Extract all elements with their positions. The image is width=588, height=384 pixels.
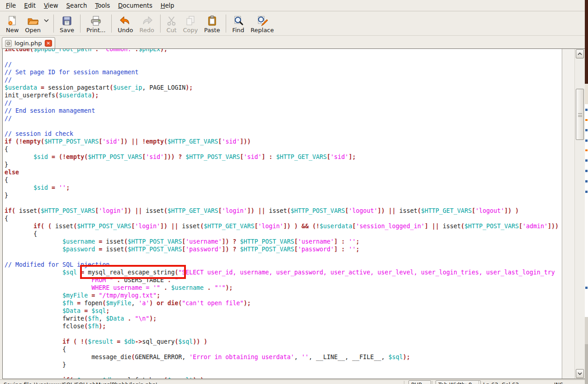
code-lines: include($phpbb_root_path . 'common.'.$ph… xyxy=(3,49,562,379)
code-line xyxy=(5,199,562,207)
open-button[interactable]: Open xyxy=(22,13,44,34)
code-line: if( $row = $db->sql_fetchrow($result) ) xyxy=(5,376,562,379)
print-button-label: Print... xyxy=(86,27,105,34)
scrollbar-thumb[interactable] xyxy=(576,89,584,140)
toolbar-separator xyxy=(226,14,226,33)
save-button-label: Save xyxy=(60,27,74,34)
undo-arrow-icon xyxy=(119,14,131,27)
language-combo-label: PHP xyxy=(411,382,422,384)
code-line: { xyxy=(5,145,562,153)
status-bar: Saving file '/var/www/SQL/SQLLabMysqlPhp… xyxy=(0,379,585,384)
toolbar-separator xyxy=(111,14,112,33)
code-line: // xyxy=(5,61,562,68)
code-line: WHERE username = '" . $username . "'"); xyxy=(5,284,562,292)
code-line: init_userprefs($userdata); xyxy=(5,91,562,99)
code-line: $username = isset($HTTP_POST_VARS['usern… xyxy=(5,238,562,245)
tab-login-php[interactable]: login.php ✕ xyxy=(2,37,55,49)
code-line xyxy=(5,53,562,61)
background-window-speck xyxy=(585,129,588,131)
magnifier-pencil-icon xyxy=(256,14,268,27)
tab-width-combo[interactable]: Tab Width: 8 xyxy=(436,380,481,384)
magnifier-icon xyxy=(233,14,244,27)
code-line: $fh = fopen($myFile, 'a') or die("can't … xyxy=(5,299,562,307)
menubar: File Edit View Search Tools Documents He… xyxy=(0,0,585,11)
paste-button[interactable]: Paste xyxy=(201,13,223,34)
background-window-speck xyxy=(585,159,588,162)
code-line: $sid = (!empty($HTTP_POST_VARS['sid'])) … xyxy=(5,153,562,161)
statusbar-separator xyxy=(479,381,479,384)
undo-button-label: Undo xyxy=(118,27,133,34)
editor-frame: include($phpbb_root_path . 'common.'.$ph… xyxy=(2,48,585,379)
code-line: if ( !($result = $db->sql_query($sql)) ) xyxy=(5,338,562,346)
copy-button: Copy xyxy=(180,13,201,34)
menu-file[interactable]: File xyxy=(2,1,20,10)
code-line: // session id check xyxy=(5,130,562,138)
open-recent-dropdown[interactable] xyxy=(44,13,51,34)
status-message: Saving file '/var/www/SQL/SQLLabMysqlPhp… xyxy=(4,382,157,384)
save-floppy-icon xyxy=(62,14,72,27)
scroll-down-arrow-icon[interactable] xyxy=(576,369,584,378)
code-line: // xyxy=(5,99,562,107)
find-button[interactable]: Find xyxy=(229,13,247,34)
background-window-speck xyxy=(585,149,588,151)
menu-tools[interactable]: Tools xyxy=(91,1,114,10)
printer-icon xyxy=(90,14,102,27)
code-line xyxy=(5,122,562,130)
redo-arrow-icon xyxy=(141,14,153,27)
clipboard-icon xyxy=(207,14,218,27)
code-line: $sid = ''; xyxy=(5,184,562,192)
code-line: { xyxy=(5,230,562,238)
scrollbar-grip xyxy=(578,113,582,117)
code-line: { xyxy=(5,176,562,184)
menu-help[interactable]: Help xyxy=(156,1,178,10)
code-line: if( ( isset($HTTP_POST_VARS['login']) ||… xyxy=(5,222,562,230)
statusbar-separator xyxy=(432,381,432,384)
background-window-sliver xyxy=(585,344,588,384)
cut-button: Cut xyxy=(163,13,180,34)
red-highlight-rectangle xyxy=(80,265,186,279)
paste-button-label: Paste xyxy=(204,27,220,34)
insert-mode: INS xyxy=(554,382,563,384)
code-line xyxy=(5,369,562,376)
background-window-sliver xyxy=(585,0,588,384)
code-line: $password = isset($HTTP_POST_VARS['passw… xyxy=(5,245,562,253)
menu-search[interactable]: Search xyxy=(62,1,91,10)
undo-button[interactable]: Undo xyxy=(114,13,136,34)
menu-view[interactable]: View xyxy=(40,1,62,10)
code-line: // xyxy=(5,115,562,122)
statusbar-separator xyxy=(404,381,404,384)
background-window-speck xyxy=(585,287,588,289)
close-icon[interactable]: ✕ xyxy=(45,40,52,47)
replace-button-label: Replace xyxy=(251,27,274,34)
redo-button-label: Redo xyxy=(139,27,154,34)
text-view[interactable]: include($phpbb_root_path . 'common.'.$ph… xyxy=(3,49,562,379)
replace-button[interactable]: Replace xyxy=(247,13,277,34)
code-line: $userdata = session_pagestart($user_ip, … xyxy=(5,84,562,91)
background-window-speck xyxy=(585,170,588,172)
language-combo[interactable]: PHP xyxy=(408,380,431,384)
code-line: { xyxy=(5,215,562,222)
open-button-label: Open xyxy=(25,27,41,34)
print-button[interactable]: Print... xyxy=(83,13,109,34)
vertical-scrollbar[interactable] xyxy=(574,49,585,379)
menu-edit[interactable]: Edit xyxy=(20,1,40,10)
background-window-speck xyxy=(585,180,588,182)
code-line: if (!empty($HTTP_POST_VARS['sid']) || !e… xyxy=(5,138,562,145)
tab-bar: login.php ✕ xyxy=(0,36,585,49)
code-line: $Data = $sql; xyxy=(5,307,562,315)
menu-documents[interactable]: Documents xyxy=(114,1,156,10)
cursor-position: Ln 63, Col 63 xyxy=(483,382,519,384)
copy-button-label: Copy xyxy=(183,27,198,34)
background-window-sliver xyxy=(585,317,588,344)
tab-width-combo-label: Tab Width: 8 xyxy=(438,382,472,384)
toolbar-separator xyxy=(53,14,54,33)
scroll-up-arrow-icon[interactable] xyxy=(576,49,584,58)
cut-button-label: Cut xyxy=(166,27,176,34)
code-line: } xyxy=(5,361,562,369)
code-line: // xyxy=(5,76,562,84)
new-button[interactable]: New xyxy=(3,13,22,34)
save-button[interactable]: Save xyxy=(57,13,77,34)
background-window-sliver xyxy=(585,0,588,84)
code-line: fclose($fh); xyxy=(5,322,562,330)
copy-pages-icon xyxy=(185,14,196,27)
